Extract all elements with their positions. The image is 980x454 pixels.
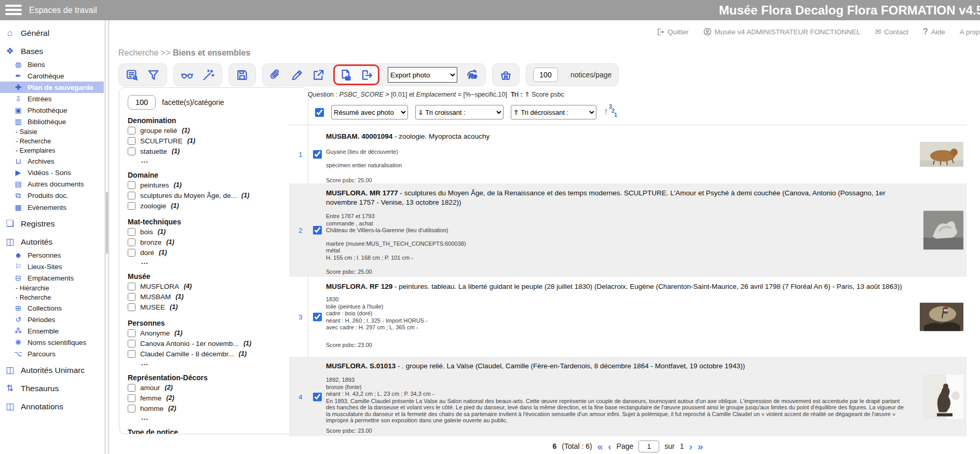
facet-checkbox[interactable]: [128, 202, 135, 210]
facet-item[interactable]: doré (1): [128, 247, 300, 258]
next-page-icon[interactable]: ›: [689, 442, 692, 451]
result-checkbox[interactable]: [313, 392, 322, 401]
sidebar-item[interactable]: ▣ Photothèque: [0, 104, 104, 116]
sidebar-item[interactable]: ◫ Annotations: [0, 399, 104, 414]
sidebar-item[interactable]: ▶ Vidéos - Sons: [0, 167, 104, 178]
user-account[interactable]: Musée v4 ADMINISTRATEUR FONCTIONNEL: [703, 28, 861, 36]
glasses-view-icon[interactable]: [181, 69, 194, 82]
facet-item[interactable]: MUSFLORA (4): [128, 281, 300, 291]
facet-checkbox[interactable]: [128, 405, 135, 412]
sidebar-item[interactable]: ⇅ Thesaurus: [0, 381, 104, 396]
sidebar-item[interactable]: ⊟ Emplacements: [0, 272, 104, 284]
paperclip-icon[interactable]: [269, 69, 282, 82]
facet-item[interactable]: Canova Antonio - 1er novemb... (1): [128, 338, 300, 349]
facet-more-link[interactable]: ...: [141, 258, 300, 265]
sidebar-item[interactable]: ✒ Carothèque: [0, 70, 104, 82]
result-checkbox[interactable]: [313, 226, 322, 235]
menu-hamburger-icon[interactable]: [5, 5, 22, 16]
sidebar-item[interactable]: ❖ Bases: [0, 44, 104, 59]
sidebar-item[interactable]: ✚ Plan de sauvegarde: [0, 82, 104, 93]
facet-checkbox[interactable]: [128, 137, 135, 145]
list-search-icon[interactable]: [126, 69, 139, 82]
facet-checkbox[interactable]: [128, 249, 135, 257]
facet-checkbox[interactable]: [128, 394, 135, 402]
result-title[interactable]: MUSFLORA. S.01013 - . groupe relié. La V…: [326, 357, 909, 371]
magic-wand-icon[interactable]: [202, 69, 215, 82]
sidebar-item[interactable]: ⚐ Lieux-Sites: [0, 261, 104, 272]
facet-checkbox[interactable]: [128, 329, 135, 337]
facet-item[interactable]: zoologie (1): [128, 201, 300, 211]
facet-checkbox[interactable]: [128, 340, 135, 348]
last-page-icon[interactable]: »: [698, 442, 703, 451]
facet-checkbox[interactable]: [128, 238, 135, 246]
sidebar-item[interactable]: ⧉ Produits doc.: [0, 190, 104, 202]
facet-item[interactable]: statuette (1): [128, 146, 300, 156]
sidebar-item[interactable]: - Hiérarchie: [0, 284, 104, 293]
facet-checkbox[interactable]: [128, 303, 135, 311]
scrollbar-thumb[interactable]: [106, 192, 108, 254]
sidebar-item[interactable]: ▤ Autres documents: [0, 178, 104, 190]
export-record-icon[interactable]: [360, 69, 373, 82]
result-thumbnail-la-valse[interactable]: [923, 375, 963, 419]
sidebar-item[interactable]: ⊔ Archives: [0, 155, 104, 167]
facet-checkbox[interactable]: [128, 181, 135, 189]
sidebar-item[interactable]: ⊞ Collections: [0, 302, 104, 314]
sidebar-item[interactable]: ◍ Biens: [0, 59, 104, 70]
result-checkbox[interactable]: [313, 150, 322, 159]
pencil-edit-icon[interactable]: [291, 69, 304, 82]
facet-checkbox[interactable]: [128, 384, 135, 392]
result-title[interactable]: MUSFLORA. MR 1777 - sculptures du Moyen …: [326, 183, 909, 207]
facet-item[interactable]: sculptures du Moyen Âge, de... (1): [128, 190, 300, 201]
workspace-label[interactable]: Espaces de travail: [29, 0, 97, 20]
sidebar-item[interactable]: ⇩ Entrées: [0, 93, 104, 104]
facet-item[interactable]: bronze (1): [128, 237, 300, 247]
sidebar-item[interactable]: ⌂ Général: [0, 26, 104, 41]
sort-ascending-select[interactable]: ⇓ Tri croissant :: [415, 105, 503, 119]
contact-link[interactable]: ✉ Contact: [875, 28, 908, 36]
notices-per-page-input[interactable]: [533, 68, 558, 82]
facets-per-category-input[interactable]: [128, 95, 156, 110]
sidebar-item[interactable]: ❏ Registres: [0, 216, 104, 231]
facet-item[interactable]: MUSBAM (1): [128, 291, 300, 302]
facet-item[interactable]: groupe relié (1): [128, 125, 300, 136]
result-thumbnail-acouchy[interactable]: [920, 142, 963, 167]
result-title[interactable]: MUSFLORA. RF 129 - peintures. tableau. L…: [326, 277, 909, 291]
display-mode-select[interactable]: Résumé avec photo: [331, 105, 408, 119]
facet-more-link[interactable]: ...: [141, 156, 300, 164]
result-title[interactable]: MUSBAM. 40001094 - zoologie. Myoprocta a…: [326, 125, 909, 141]
export-type-select[interactable]: Export photo: [388, 67, 457, 83]
previous-page-icon[interactable]: ‹: [608, 442, 611, 451]
quit-button[interactable]: Quitter: [657, 28, 689, 36]
facet-checkbox[interactable]: [128, 127, 135, 135]
sidebar-item[interactable]: - Saisie: [0, 127, 104, 137]
facet-more-link[interactable]: ...: [141, 359, 300, 367]
sidebar-item[interactable]: ▥ Bibliothèque: [0, 116, 104, 127]
facet-item[interactable]: SCULPTURE (1): [128, 136, 300, 146]
sidebar-item[interactable]: ❋ Noms scientifiques: [0, 337, 104, 348]
sort-descending-select[interactable]: ⇑ Tri décroissant :: [511, 105, 596, 119]
page-number-input[interactable]: [638, 440, 659, 452]
result-thumbnail-canova[interactable]: [923, 211, 963, 250]
sidebar-item[interactable]: ◫ Autorités Unimarc: [0, 363, 104, 378]
sidebar-item[interactable]: ⁂ Ensemble: [0, 325, 104, 337]
sidebar-item[interactable]: - Recherche: [0, 137, 104, 146]
print-document-icon[interactable]: [339, 69, 352, 82]
select-all-checkbox[interactable]: [315, 108, 324, 117]
facet-item[interactable]: homme (2): [128, 403, 300, 413]
rerun-search-icon[interactable]: Re: [466, 69, 479, 82]
sidebar-item[interactable]: - Recherche: [0, 293, 104, 302]
facet-checkbox[interactable]: [128, 293, 135, 301]
facet-item[interactable]: amour (2): [128, 382, 300, 393]
result-thumbnail-delacroix[interactable]: [920, 303, 963, 331]
sidebar-item[interactable]: ◫ Autorités: [0, 234, 104, 249]
sidebar-item[interactable]: ▦ Evènements: [0, 202, 104, 213]
facet-item[interactable]: MUSEE (1): [128, 302, 300, 312]
basket-icon[interactable]: [499, 69, 512, 82]
sidebar-item[interactable]: - Exemplaires: [0, 146, 104, 155]
facet-checkbox[interactable]: [128, 283, 135, 290]
sidebar-item[interactable]: ☻ Personnes: [0, 249, 104, 261]
facet-item[interactable]: femme (2): [128, 393, 300, 403]
sidebar-item[interactable]: ⌥ Parcours: [0, 348, 104, 359]
facet-checkbox[interactable]: [128, 350, 135, 358]
facet-item[interactable]: peintures (1): [128, 180, 300, 190]
